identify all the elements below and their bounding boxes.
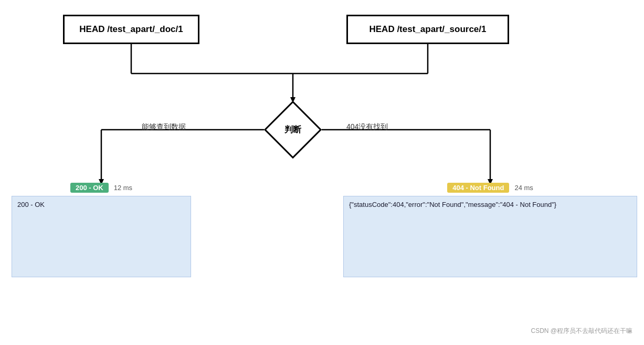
watermark: CSDN @程序员不去敲代码还在干嘛 bbox=[531, 327, 632, 336]
result-right-time: 24 ms bbox=[514, 184, 533, 192]
arrow-right-label: 404没有找到 bbox=[346, 122, 388, 132]
box-right-label: HEAD /test_apart/_source/1 bbox=[369, 24, 487, 35]
box-left: HEAD /test_apart/_doc/1 bbox=[63, 15, 199, 44]
result-right-header: 404 - Not Found 24 ms bbox=[343, 183, 637, 193]
result-right-panel: 404 - Not Found 24 ms {"statusCode":404,… bbox=[343, 183, 637, 277]
result-right-body-text: {"statusCode":404,"error":"Not Found","m… bbox=[349, 201, 556, 208]
result-left-body: 200 - OK bbox=[12, 196, 191, 277]
result-right-body: {"statusCode":404,"error":"Not Found","m… bbox=[343, 196, 637, 277]
badge-200: 200 - OK bbox=[70, 183, 109, 193]
result-left-body-text: 200 - OK bbox=[17, 201, 45, 208]
svg-arrows bbox=[0, 0, 644, 345]
diamond-wrapper: 判断 bbox=[264, 101, 322, 159]
badge-404: 404 - Not Found bbox=[447, 183, 509, 193]
diagram-container: HEAD /test_apart/_doc/1 HEAD /test_apart… bbox=[0, 0, 644, 345]
box-right: HEAD /test_apart/_source/1 bbox=[346, 15, 509, 44]
box-left-label: HEAD /test_apart/_doc/1 bbox=[79, 24, 183, 35]
arrow-left-label: 能够查到数据 bbox=[142, 122, 186, 132]
result-left-header: 200 - OK 12 ms bbox=[12, 183, 191, 193]
diamond-label: 判断 bbox=[264, 101, 322, 159]
result-left-panel: 200 - OK 12 ms 200 - OK bbox=[12, 183, 191, 277]
result-left-time: 12 ms bbox=[114, 184, 132, 192]
